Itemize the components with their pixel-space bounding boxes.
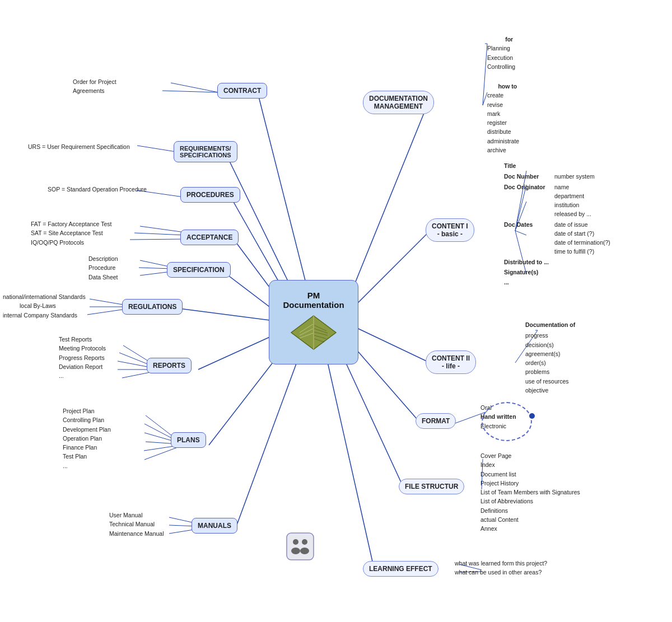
file-structur-node: FILE STRUCTUR — [399, 479, 464, 494]
leaf-item: institution — [554, 200, 591, 209]
svg-line-17 — [137, 146, 179, 152]
svg-line-44 — [483, 92, 487, 105]
leaf-item: Test Reports — [59, 335, 106, 344]
leaf-item: Deviation Report — [59, 362, 106, 371]
reports-box: REPORTS — [147, 358, 192, 373]
svg-line-5 — [175, 308, 283, 322]
leaf-item: administrate — [487, 137, 519, 146]
leaf-item: Cover Page — [480, 451, 580, 460]
leaf-item: Controlling — [487, 62, 515, 71]
leaf-item: create — [487, 91, 519, 100]
svg-point-69 — [302, 539, 307, 545]
leaf-item: department — [554, 191, 591, 200]
file-structur-leaves: Cover Page Index Document list Project H… — [480, 451, 580, 533]
leaf-item: URS = User Requirement Specification — [28, 142, 130, 151]
leaf-item: national/international Standards — [3, 292, 86, 301]
content-basic-leaves: Title Doc Number number system Doc Origi… — [504, 161, 610, 287]
for-header: for — [487, 35, 515, 44]
leaf-item: FAT = Factory Acceptance Test — [31, 219, 111, 228]
manuals-box: MANUALS — [192, 518, 237, 534]
book-icon — [288, 313, 339, 352]
center-box: PM Documentation — [269, 280, 358, 364]
contract-box: CONTRACT — [217, 83, 267, 99]
specification-node: SPECIFICATION — [167, 262, 231, 278]
format-dot — [529, 413, 535, 419]
leaf-item: Project History — [480, 479, 580, 488]
content-life-leaves: Documentation of progress decision(s) ag… — [525, 320, 575, 395]
leaf-item: internal Company Standards — [3, 311, 86, 320]
leaf-item: Data Sheet — [88, 273, 118, 282]
leaf-item: Controlling Plan — [63, 415, 111, 424]
svg-point-71 — [300, 548, 309, 554]
svg-line-11 — [350, 325, 430, 363]
file-structur-box: FILE STRUCTUR — [399, 479, 464, 494]
learning-effect-node: LEARNING EFFECT — [363, 561, 438, 577]
leaf-item: local By-Laws — [3, 301, 86, 310]
leaf-item: SOP = Standard Operation Procedure — [48, 185, 147, 194]
leaf-header: Doc Number — [504, 172, 554, 181]
leaf-item: Progress Reports — [59, 353, 106, 362]
center-title: PM — [282, 291, 346, 300]
reports-node: REPORTS — [147, 358, 192, 373]
leaf-item: what was learned form this project? — [455, 559, 547, 568]
acceptance-leaves: FAT = Factory Acceptance Test SAT = Site… — [31, 219, 111, 247]
leaf-item: Index — [480, 460, 580, 469]
format-box: FORMAT — [416, 413, 456, 429]
leaf-item: List of Abbreviations — [480, 497, 580, 506]
leaf-item: Development Plan — [63, 425, 111, 434]
leaf-item: IQ/OQ/PQ Protocols — [31, 238, 111, 247]
leaf-item: Execution — [487, 53, 515, 62]
leaf-item: decision(s) — [525, 340, 575, 349]
content-basic-node: CONTENT I- basic - — [426, 218, 474, 242]
regulations-leaves: national/international Standards local B… — [3, 292, 86, 320]
center-node: PM Documentation — [269, 280, 358, 364]
leaf-item: List of Team Members with Signatures — [480, 488, 580, 497]
leaf-item: agreement(s) — [525, 349, 575, 358]
leaf-item: Technical Manual — [109, 520, 164, 529]
doc-mgmt-howto-leaves: how to create revise mark register distr… — [487, 82, 519, 155]
leaf-item: Project Plan — [63, 406, 111, 415]
requirements-node: REQUIREMENTS/SPECIFICATIONS — [174, 141, 237, 162]
leaf-item: Test Plan — [63, 452, 111, 461]
specification-box: SPECIFICATION — [167, 262, 231, 278]
extra-icon-svg — [286, 532, 315, 561]
svg-point-68 — [293, 539, 298, 545]
leaf-header: Title — [504, 162, 516, 169]
leaf-item: progress — [525, 331, 575, 340]
leaf-item: Order for Project — [73, 77, 116, 86]
center-subtitle: Documentation — [282, 300, 346, 310]
extra-icon — [286, 532, 315, 562]
regulations-node: REGULATIONS — [122, 299, 183, 315]
svg-line-19 — [140, 226, 185, 232]
regulations-box: REGULATIONS — [122, 299, 183, 315]
leaf-header: Signature(s) — [504, 268, 610, 277]
leaf-item: Finance Plan — [63, 443, 111, 452]
plans-leaves: Project Plan Controlling Plan Developmen… — [63, 406, 111, 470]
plans-node: PLANS — [171, 432, 206, 448]
svg-line-38 — [144, 447, 178, 460]
leaf-item: Maintenance Manual — [109, 529, 164, 538]
svg-line-15 — [171, 83, 218, 92]
plans-box: PLANS — [171, 432, 206, 448]
leaf-item: date of issue — [554, 220, 610, 229]
content-basic-box: CONTENT I- basic - — [426, 218, 474, 242]
leaf-item: ... — [63, 461, 111, 470]
leaf-item: Procedure — [88, 263, 118, 272]
leaf-item: use of resources — [525, 377, 575, 386]
leaf-header: ... — [504, 278, 610, 287]
svg-line-16 — [162, 91, 218, 92]
leaf-item: User Manual — [109, 511, 164, 520]
leaf-item: ... — [59, 371, 106, 380]
svg-line-20 — [134, 233, 185, 235]
leaf-item: SAT = Site Acceptance Test — [31, 228, 111, 237]
acceptance-box: ACCEPTANCE — [180, 230, 239, 245]
specification-leaves: Description Procedure Data Sheet — [88, 254, 118, 282]
leaf-item: distribute — [487, 127, 519, 136]
format-circle — [482, 402, 532, 441]
svg-line-42 — [483, 44, 487, 105]
contract-node: CONTRACT — [217, 83, 267, 99]
svg-line-9 — [347, 106, 427, 302]
leaf-item: Agreements — [73, 86, 116, 95]
leaf-item: archive — [487, 146, 519, 155]
leaf-header: Doc Originator — [504, 183, 554, 191]
